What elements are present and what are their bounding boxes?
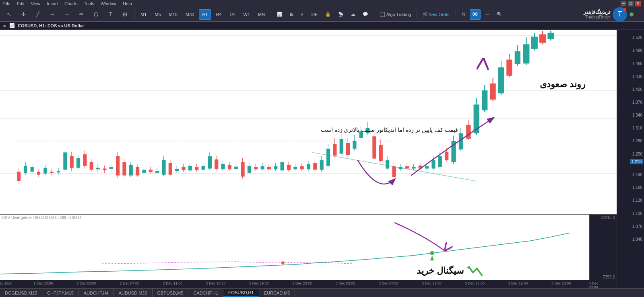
toolbar: ↖ ✛ ╱ ─ → ✏ ⬡ T ⊞ M1 M5 M15 M30 H1 H4 D1… bbox=[0, 7, 644, 22]
menu-charts[interactable]: Charts bbox=[64, 1, 77, 6]
indicators-btn[interactable]: 〰 bbox=[482, 9, 492, 20]
time-4: 2 Dec 11:00 bbox=[163, 281, 183, 285]
algo-checkbox bbox=[380, 12, 385, 17]
price-scale: 1.520 1.490 1.460 1.430 1.400 1.370 1.34… bbox=[617, 30, 644, 288]
price-1400: 1.400 bbox=[632, 87, 642, 91]
tab-dogeusd[interactable]: DOGEUSD,M15 bbox=[0, 289, 42, 297]
maximize-button[interactable]: □ bbox=[628, 1, 634, 6]
broadcast-btn[interactable]: 📡 bbox=[335, 9, 347, 20]
time-10: 3 Dec 11:00 bbox=[422, 281, 442, 285]
chat-btn[interactable]: 💬 bbox=[360, 9, 371, 20]
tab-chfjpy[interactable]: CHFJPY,M15 bbox=[42, 289, 79, 297]
menu-file[interactable]: File bbox=[3, 1, 10, 6]
tab-audchf-label: AUDCHF,H4 bbox=[84, 291, 109, 295]
shapes-tool[interactable]: ⬡ bbox=[89, 9, 102, 20]
more-tools[interactable]: ⊞ bbox=[118, 9, 131, 20]
signals-icon: $ bbox=[301, 12, 303, 17]
tf-h1[interactable]: H1 bbox=[199, 9, 211, 20]
menu-insert[interactable]: Insert bbox=[47, 1, 58, 6]
price-1040: 1.040 bbox=[632, 237, 642, 241]
sep-5 bbox=[456, 10, 456, 19]
price-1190: 1.190 bbox=[632, 172, 642, 177]
price-1490: 1.490 bbox=[632, 48, 642, 53]
close-button[interactable]: ✕ bbox=[635, 1, 641, 6]
tf-h4[interactable]: H4 bbox=[213, 9, 225, 20]
price-chart[interactable]: قیمت کف پایین تر زده اما اندیکاتور سقف ب… bbox=[0, 30, 617, 214]
crosshair-tool[interactable]: ✛ bbox=[17, 9, 30, 20]
depth-btn[interactable]: ⇅ bbox=[459, 9, 468, 20]
svg-rect-60 bbox=[208, 156, 212, 169]
tf-mn[interactable]: MN bbox=[255, 9, 268, 20]
chart-symbol-label: EOSUSD, H1: EOS vs US Dollar bbox=[18, 23, 84, 28]
time-12: 3 Dec 19:00 bbox=[508, 281, 528, 285]
ray-icon: → bbox=[63, 11, 70, 18]
tab-audusd[interactable]: AUDUSD,M30 bbox=[114, 289, 153, 297]
tab-eosusd-label: EOSUSD,H1 bbox=[228, 290, 254, 295]
ide-btn[interactable]: IDE bbox=[308, 9, 320, 20]
buy-signal-icon bbox=[467, 264, 483, 278]
cursor-tool[interactable]: ↖ bbox=[2, 9, 15, 20]
menu-edit[interactable]: Edit bbox=[17, 1, 25, 6]
tf-m30[interactable]: M30 bbox=[182, 9, 197, 20]
tab-gbpusd[interactable]: GBPUSD,M5 bbox=[153, 289, 189, 297]
svg-point-161 bbox=[430, 251, 434, 255]
menu-view[interactable]: View bbox=[31, 1, 41, 6]
line-tool[interactable]: ╱ bbox=[31, 9, 44, 20]
time-7: 2 Dec 23:00 bbox=[292, 281, 312, 285]
indicator-chart: OBV Divergence 18602.0000 0.0000 0.0000 bbox=[0, 215, 589, 280]
menu-window[interactable]: Window bbox=[101, 1, 116, 6]
tab-cadchf[interactable]: CADCHF,H1 bbox=[188, 289, 223, 297]
template-btn[interactable]: ⊞ bbox=[287, 9, 296, 20]
cloud-btn[interactable]: ☁ bbox=[348, 9, 358, 20]
chart-column: قیمت کف پایین تر زده اما اندیکاتور سقف ب… bbox=[0, 30, 617, 288]
buy-signal-text: سیگنال خرید bbox=[417, 266, 464, 276]
sep-1 bbox=[134, 10, 134, 19]
pencil-tool[interactable]: ✏ bbox=[75, 9, 88, 20]
menu-bar: File Edit View Insert Charts Tools Windo… bbox=[0, 0, 644, 7]
indicator-values: 18602.0000 0.0000 0.0000 bbox=[33, 215, 81, 220]
lock-btn[interactable]: 🔒 bbox=[322, 9, 334, 20]
svg-marker-162 bbox=[430, 256, 434, 260]
hline-tool[interactable]: ─ bbox=[46, 9, 59, 20]
minimize-button[interactable]: ─ bbox=[621, 1, 626, 6]
divergence-text: قیمت کف پایین تر زده اما اندیکاتور سقف ب… bbox=[321, 127, 458, 133]
indicator-name: OBV Divergence bbox=[2, 215, 31, 220]
chart-type-icon: 📊 bbox=[277, 12, 283, 17]
tab-audchf[interactable]: AUDCHF,H4 bbox=[79, 289, 114, 297]
tf-w1[interactable]: W1 bbox=[240, 9, 254, 20]
algo-trading-btn[interactable]: Algo Trading bbox=[377, 9, 414, 20]
uptrend-text: روند صعودی bbox=[540, 79, 586, 89]
tf-d1[interactable]: D1 bbox=[227, 9, 239, 20]
signals-btn[interactable]: $ bbox=[298, 9, 306, 20]
brand-logo-area: T bbox=[613, 7, 627, 22]
sep-2 bbox=[271, 10, 271, 19]
sep-4 bbox=[417, 10, 417, 19]
cursor-icon: ↖ bbox=[5, 11, 12, 18]
chart-type-btn[interactable]: 📊 bbox=[274, 9, 285, 20]
tab-audusd-label: AUDUSD,M30 bbox=[119, 291, 147, 295]
text-tool[interactable]: T bbox=[104, 9, 117, 20]
zoom-out-btn[interactable]: 🔍 bbox=[494, 9, 505, 20]
price-1520: 1.520 bbox=[632, 35, 642, 40]
brand-name-fa: تریدینگ‌فایندر bbox=[584, 9, 610, 15]
svg-point-160 bbox=[281, 261, 285, 264]
tab-dogeusd-label: DOGEUSD,M15 bbox=[5, 291, 37, 295]
price-1160: 1.160 bbox=[632, 185, 642, 190]
tab-eurcad[interactable]: EURCAD,M5 bbox=[259, 289, 295, 297]
tf-m5[interactable]: M5 bbox=[151, 9, 164, 20]
chart-tab-bar: DOGEUSD,M15 CHFJPY,M15 AUDCHF,H4 AUDUSD,… bbox=[0, 288, 644, 297]
ray-tool[interactable]: → bbox=[60, 9, 73, 20]
price-1280: 1.280 bbox=[632, 139, 642, 143]
tab-eosusd[interactable]: EOSUSD,H1 bbox=[223, 289, 259, 297]
menu-tools[interactable]: Tools bbox=[84, 1, 94, 6]
indicator-panel: OBV Divergence 18602.0000 0.0000 0.0000 bbox=[0, 214, 617, 280]
time-8: 3 Dec 03:00 bbox=[336, 281, 355, 285]
new-order-btn[interactable]: 🛒 New Order bbox=[420, 9, 452, 20]
tf-m15[interactable]: M15 bbox=[166, 9, 181, 20]
price-1130: 1.130 bbox=[632, 198, 642, 203]
tf-m1[interactable]: M1 bbox=[137, 9, 150, 20]
tab-eurcad-label: EURCAD,M5 bbox=[264, 291, 290, 295]
brand-area: تریدینگ‌فایندر TradingFinder T bbox=[584, 7, 642, 22]
menu-help[interactable]: Help bbox=[123, 1, 132, 6]
price-display-btn[interactable]: 00 bbox=[470, 9, 481, 20]
